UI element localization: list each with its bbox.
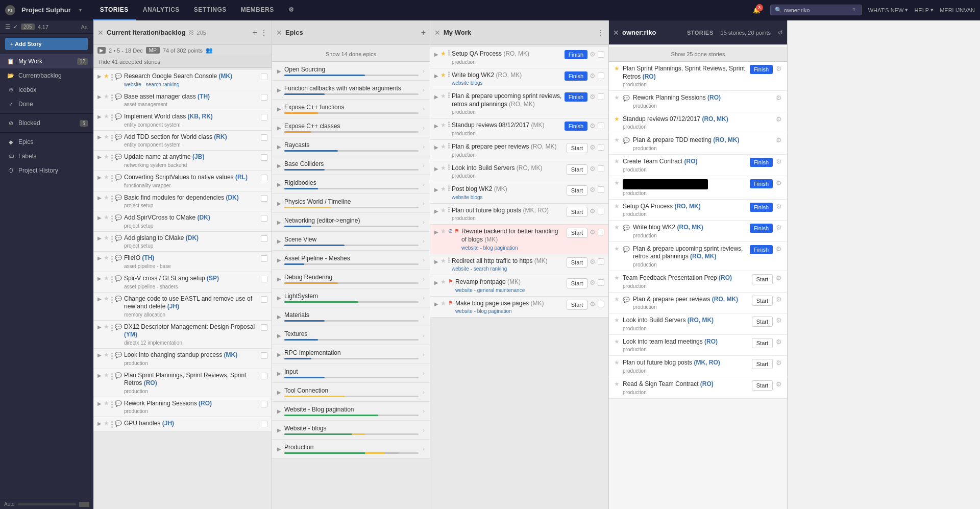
owner-star[interactable]: ★: [614, 380, 620, 387]
owner-start-button[interactable]: Start: [752, 274, 773, 284]
story-star[interactable]: ★: [104, 93, 109, 100]
story-expand-icon[interactable]: ▶: [97, 94, 102, 100]
story-checkbox[interactable]: [261, 276, 267, 282]
story-expand-icon[interactable]: ▶: [97, 114, 102, 119]
work-star[interactable]: ★: [440, 164, 446, 172]
work-gear-icon[interactable]: ⚙: [590, 228, 596, 236]
tab-settings[interactable]: SETTINGS: [187, 0, 234, 20]
work-plan-future-posts[interactable]: ▶ ★ Plan out future blog posts (MK, RO) …: [430, 204, 608, 225]
epic-expand-icon[interactable]: ▶: [277, 314, 281, 320]
epic-nav-arrow[interactable]: ›: [423, 295, 425, 301]
story-checkbox[interactable]: [261, 421, 267, 427]
epics-add[interactable]: +: [421, 28, 426, 37]
work-star[interactable]: ★: [440, 185, 446, 192]
work-checkbox[interactable]: [598, 229, 604, 235]
story-drag-handle[interactable]: [111, 215, 113, 222]
epic-nav-arrow[interactable]: ›: [423, 106, 425, 112]
owner-star[interactable]: ★: [614, 245, 620, 252]
story-comment-icon[interactable]: 💬: [115, 195, 122, 201]
owner-plan-sprint[interactable]: ★ Plan Sprint Plannings, Sprint Reviews,…: [609, 62, 787, 91]
work-expand-icon[interactable]: ▶: [434, 187, 438, 192]
project-dropdown-arrow[interactable]: ▾: [79, 7, 82, 13]
owner-gear-icon[interactable]: ⚙: [776, 274, 782, 282]
story-expand-icon[interactable]: ▶: [97, 74, 102, 79]
story-checkbox[interactable]: [261, 114, 267, 120]
story-add-tdd[interactable]: ▶ ★ 💬 Add TDD section for World class (R…: [93, 131, 272, 151]
epic-website-blog-pagination[interactable]: ▶ Website - Blog pagination ›: [272, 402, 430, 421]
owner-setup-qa[interactable]: ★ Setup QA Process (RO, MK) production F…: [609, 200, 787, 221]
work-start-button[interactable]: Start: [567, 278, 587, 288]
owner-gear-icon[interactable]: ⚙: [776, 317, 782, 324]
epic-expand-icon[interactable]: ▶: [277, 427, 281, 433]
owner-finish-button[interactable]: Finish: [750, 203, 773, 212]
work-gear-icon[interactable]: ⚙: [590, 165, 596, 173]
work-gear-icon[interactable]: ⚙: [590, 93, 596, 101]
owner-comment-icon[interactable]: 💬: [623, 297, 630, 303]
work-start-button[interactable]: Start: [567, 257, 587, 268]
work-gear-icon[interactable]: ⚙: [590, 72, 596, 80]
work-star[interactable]: ★: [440, 228, 446, 235]
work-look-build-servers[interactable]: ▶ ★ Look into Build Servers (RO, MK) pro…: [430, 161, 608, 183]
epic-expand-icon[interactable]: ▶: [277, 371, 281, 376]
owner-start-button[interactable]: Start: [752, 380, 773, 391]
owner-star[interactable]: ★: [614, 224, 620, 231]
owner-finish-button[interactable]: Finish: [750, 158, 773, 167]
story-expand-icon[interactable]: ▶: [97, 134, 102, 140]
story-drag-handle[interactable]: [111, 114, 113, 121]
story-expand-icon[interactable]: ▶: [97, 235, 102, 241]
work-star[interactable]: ★: [440, 207, 446, 214]
work-expand-icon[interactable]: ▶: [434, 52, 438, 57]
story-comment-icon[interactable]: 💬: [115, 400, 122, 407]
owner-plan-tdd-meeting[interactable]: ★ 💬 Plan & prepare TDD meeting (RO, MK) …: [609, 133, 787, 155]
story-comment-icon[interactable]: 💬: [115, 73, 122, 80]
story-star[interactable]: ★: [104, 234, 109, 241]
epic-nav-arrow[interactable]: ›: [423, 238, 425, 244]
status-scrollbar[interactable]: [18, 503, 76, 505]
work-start-button[interactable]: Start: [567, 143, 587, 153]
epic-function-callbacks[interactable]: ▶ Function callbacks with variable argum…: [272, 81, 430, 100]
owner-finish-button[interactable]: Finish: [750, 245, 773, 254]
owner-gear-icon[interactable]: ⚙: [776, 245, 782, 253]
story-comment-icon[interactable]: 💬: [115, 324, 122, 330]
epic-lightsystem[interactable]: ▶ LightSystem ›: [272, 288, 430, 307]
work-star[interactable]: ★: [440, 71, 446, 79]
story-drag-handle[interactable]: [111, 74, 113, 81]
story-checkbox[interactable]: [261, 94, 267, 101]
story-drag-handle[interactable]: [111, 373, 113, 380]
story-star[interactable]: ★: [104, 295, 109, 302]
epic-scene-view[interactable]: ▶ Scene View ›: [272, 232, 430, 251]
epic-nav-arrow[interactable]: ›: [423, 87, 425, 93]
owner-star[interactable]: ★: [614, 338, 620, 345]
epic-nav-arrow[interactable]: ›: [423, 162, 425, 168]
owner-gear-icon[interactable]: ⚙: [776, 338, 782, 346]
epic-nav-arrow[interactable]: ›: [423, 143, 425, 150]
status-control[interactable]: [79, 502, 89, 507]
work-expand-icon[interactable]: ▶: [434, 166, 438, 172]
story-drag-handle[interactable]: [111, 196, 113, 202]
story-star[interactable]: ★: [104, 400, 109, 407]
work-start-button[interactable]: Start: [567, 207, 587, 217]
story-checkbox[interactable]: [261, 352, 267, 359]
story-checkbox[interactable]: [261, 154, 267, 161]
epic-nav-arrow[interactable]: ›: [423, 68, 425, 74]
story-comment-icon[interactable]: 💬: [115, 275, 122, 282]
epic-expose-cpp-classes[interactable]: ▶ Expose C++ classes ›: [272, 118, 430, 137]
owner-comment-icon[interactable]: 💬: [623, 137, 630, 144]
story-comment-icon[interactable]: 💬: [115, 174, 122, 181]
sidebar-item-current-backlog[interactable]: 📂 Current/backlog: [0, 68, 93, 83]
work-gear-icon[interactable]: ⚙: [590, 51, 596, 58]
epic-nav-arrow[interactable]: ›: [423, 181, 425, 187]
epic-expand-icon[interactable]: ▶: [277, 257, 281, 263]
story-star[interactable]: ★: [104, 372, 109, 379]
story-star[interactable]: ★: [104, 133, 109, 140]
story-comment-icon[interactable]: 💬: [115, 352, 122, 358]
work-redirect-http[interactable]: ▶ ★ Redirect all http traffic to https (…: [430, 254, 608, 276]
work-star[interactable]: ★: [440, 122, 446, 129]
story-drag-handle[interactable]: [111, 256, 113, 262]
epics-close[interactable]: ✕: [276, 29, 282, 37]
epic-networking[interactable]: ▶ Networking (editor->engine) ›: [272, 213, 430, 232]
story-comment-icon[interactable]: 💬: [115, 420, 122, 427]
search-input[interactable]: [784, 7, 850, 13]
notification-bell[interactable]: 🔔 3: [750, 3, 764, 17]
story-expand-icon[interactable]: ▶: [97, 324, 102, 330]
